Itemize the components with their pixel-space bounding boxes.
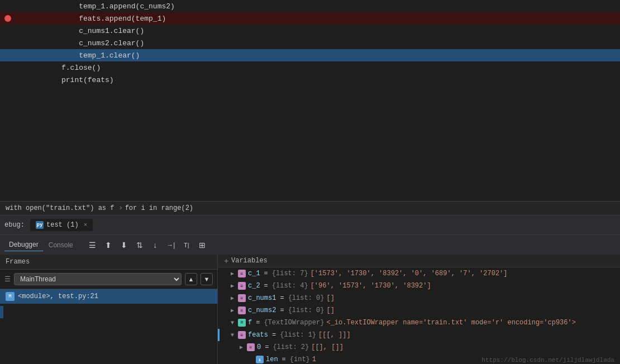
var-value-cnums1: [] <box>326 294 334 302</box>
var-type-len: {int} <box>290 356 310 363</box>
add-watch-btn[interactable]: + <box>221 256 231 266</box>
variables-header-label: Variables <box>231 257 268 265</box>
code-text-7: print(feats) <box>6 76 114 84</box>
var-row-c2: ≡ c_2 = {list: 4} ['96', '1573', '1730',… <box>218 280 620 292</box>
var-value-len: 1 <box>312 356 316 363</box>
toolbar-btn-menu[interactable]: ☰ <box>85 238 100 252</box>
variables-panel-header: + Variables <box>218 255 620 267</box>
code-line-6: f.close() <box>0 61 620 74</box>
var-type-c2: {list: 4} <box>272 282 308 290</box>
var-row-c1: ≡ c_1 = {list: 7} ['1573', '1730', '8392… <box>218 267 620 280</box>
tab-console[interactable]: Console <box>44 239 78 251</box>
code-text-3: c_nums1.clear() <box>6 27 144 35</box>
toolbar-btn-step-back[interactable]: ⬆ <box>101 238 116 252</box>
var-name-c1: c_1 <box>248 270 260 277</box>
debug-label: ebug: <box>4 221 25 229</box>
var-icon-c1: ≡ <box>238 270 246 277</box>
var-type-cnums2: {list: 0} <box>288 306 325 314</box>
var-icon-c2: ≡ <box>238 282 246 290</box>
var-type-feats: {list: 1} <box>280 331 316 339</box>
var-value-f: <_io.TextIOWrapper name='train.txt' mode… <box>326 319 575 327</box>
var-name-f: f <box>248 319 252 327</box>
code-text-4: c_nums2.clear() <box>6 39 144 47</box>
code-text-2: feats.append(temp_1) <box>6 15 166 23</box>
toolbar: Debugger Console ☰ ⬆ ⬇ ⇅ ↓ →| T| ⊞ <box>0 234 620 255</box>
var-icon-0: ≡ <box>247 343 255 351</box>
expand-f[interactable] <box>229 319 236 326</box>
code-line-4: c_nums2.clear() <box>0 37 620 49</box>
var-type-f: {TextIOWrapper} <box>264 319 324 327</box>
thread-icon: ☰ <box>4 275 11 284</box>
code-line-3: c_nums1.clear() <box>0 25 620 37</box>
var-type-0: {list: 2} <box>273 343 309 351</box>
var-value-c2: ['96', '1573', '1730', '8392'] <box>311 282 431 290</box>
expand-c2[interactable] <box>229 282 236 289</box>
frame-icon: M <box>6 292 15 301</box>
code-text-6: f.close() <box>6 64 101 72</box>
breakpoint-dot <box>4 15 11 22</box>
var-row-cnums1: ≡ c_nums1 = {list: 0} [] <box>218 292 620 304</box>
var-name-0: 0 <box>257 343 261 351</box>
thread-selector: ☰ MainThread ▲ ▼ <box>0 270 217 289</box>
debug-tab-label: test (1) <box>46 221 79 229</box>
var-row-cnums2: ≡ c_nums2 = {list: 0} [] <box>218 304 620 317</box>
breadcrumb-arrow-1: › <box>118 204 122 212</box>
var-icon-cnums1: ≡ <box>238 294 246 302</box>
code-text-1: temp_1.append(c_nums2) <box>6 2 175 11</box>
var-name-c2: c_2 <box>248 282 260 290</box>
variables-panel: + Variables ≡ c_1 = {list: 7} ['1573', '… <box>218 255 620 364</box>
toolbar-btn-run-to[interactable]: →| <box>164 238 178 252</box>
expand-feats[interactable] <box>229 332 236 338</box>
frame-item[interactable]: M <module>, test.py:21 <box>0 289 217 304</box>
var-icon-cnums2: ≡ <box>238 306 246 314</box>
toolbar-btn-eval[interactable]: T| <box>179 238 194 252</box>
var-value-cnums2: [] <box>326 306 334 314</box>
toolbar-btn-step-into[interactable]: ⬇ <box>117 238 131 252</box>
frames-panel-header: Frames <box>0 255 217 270</box>
code-line-1: temp_1.append(c_nums2) <box>0 0 620 12</box>
frame-item-label: <module>, test.py:21 <box>18 293 98 300</box>
var-type-cnums1: {list: 0} <box>288 294 325 302</box>
watermark: https://blog.csdn.net/jiljdlawjdlada <box>481 357 614 363</box>
var-name-len: len <box>266 356 278 363</box>
var-name-feats: feats <box>248 331 268 339</box>
breadcrumb-part-1: with open("train.txt") as f <box>6 204 114 212</box>
var-row-f: ≡ f = {TextIOWrapper} <_io.TextIOWrapper… <box>218 317 620 329</box>
breadcrumb-bar: with open("train.txt") as f › for i in r… <box>0 201 620 215</box>
code-line-2: feats.append(temp_1) <box>0 12 620 25</box>
var-name-cnums2: c_nums2 <box>248 306 276 314</box>
nav-down-btn[interactable]: ▼ <box>201 273 213 285</box>
var-icon-feats: ≡ <box>238 331 246 339</box>
debug-tab-close[interactable]: × <box>84 222 88 228</box>
var-type-c1: {list: 7} <box>272 270 308 277</box>
var-row-0: ≡ 0 = {list: 2} [[], []] <box>218 341 620 353</box>
expand-cnums2[interactable] <box>229 307 236 314</box>
debug-tabbar: ebug: py test (1) × <box>0 215 620 234</box>
code-text-5: temp_1.clear() <box>6 51 140 60</box>
tab-debugger[interactable]: Debugger <box>4 238 43 251</box>
code-editor: temp_1.append(c_nums2) feats.append(temp… <box>0 0 620 201</box>
var-name-cnums1: c_nums1 <box>248 294 276 302</box>
expand-0[interactable] <box>238 344 245 351</box>
breadcrumb-part-2: for i in range(2) <box>125 204 193 212</box>
code-line-5: temp_1.clear() <box>0 49 620 61</box>
expand-cnums1[interactable] <box>229 295 236 301</box>
debug-main: Frames ☰ MainThread ▲ ▼ M <module>, test… <box>0 255 620 364</box>
expand-c1[interactable] <box>229 270 236 277</box>
toolbar-btn-step-out-into[interactable]: ⇅ <box>132 238 147 252</box>
thread-dropdown[interactable]: MainThread <box>14 273 182 285</box>
var-value-0: [[], []] <box>311 343 344 351</box>
code-line-7: print(feats) <box>0 74 620 86</box>
python-icon: py <box>36 221 44 229</box>
nav-up-btn[interactable]: ▲ <box>185 273 197 285</box>
var-row-feats: ≡ feats = {list: 1} [[[, ]]] <box>218 329 620 341</box>
var-value-feats: [[[, ]]] <box>318 331 351 339</box>
frames-panel: Frames ☰ MainThread ▲ ▼ M <module>, test… <box>0 255 218 364</box>
var-icon-f: ≡ <box>238 319 246 327</box>
debug-tab[interactable]: py test (1) × <box>30 219 93 231</box>
toolbar-btn-step-out[interactable]: ↓ <box>148 238 163 252</box>
var-icon-len: i <box>256 356 264 363</box>
side-indicator <box>0 306 3 318</box>
var-value-c1: ['1573', '1730', '8392', '0', '689', '7'… <box>311 270 508 277</box>
toolbar-btn-grid[interactable]: ⊞ <box>195 238 209 252</box>
